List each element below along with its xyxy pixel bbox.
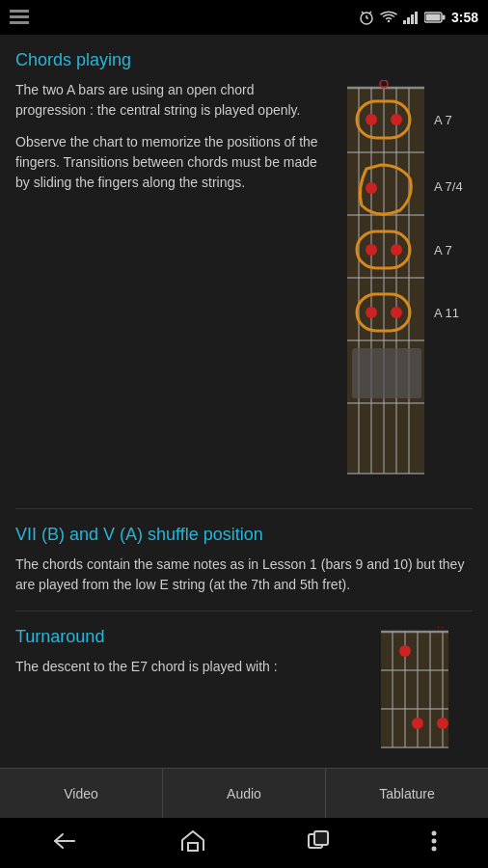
svg-rect-11 (415, 12, 418, 24)
svg-text:A 7/4: A 7/4 (434, 179, 463, 194)
main-content: Chords playing The two A bars are using … (0, 35, 488, 768)
svg-point-35 (391, 244, 402, 256)
svg-rect-2 (10, 21, 29, 24)
svg-point-32 (366, 182, 377, 194)
android-nav-bar (0, 818, 488, 868)
battery-icon (424, 12, 446, 23)
tab-audio[interactable]: Audio (163, 769, 326, 818)
svg-rect-44 (381, 632, 448, 747)
chords-playing-title: Chords playing (15, 50, 473, 70)
shuffle-title: VII (B) and V (A) shuffle position (15, 525, 473, 545)
svg-point-38 (391, 307, 402, 318)
status-bar-right: 3:58 (359, 10, 478, 25)
svg-point-37 (366, 307, 377, 318)
divider-1 (15, 508, 473, 509)
svg-point-30 (366, 114, 377, 125)
menu-icon (10, 10, 29, 25)
tab-video[interactable]: Video (0, 769, 163, 818)
bottom-tabs: Video Audio Tablature (0, 768, 488, 818)
status-bar-left (10, 10, 29, 25)
svg-rect-61 (314, 831, 328, 845)
chords-paragraph1: The two A bars are using an open chord p… (15, 80, 328, 121)
turnaround-text-block: Turnaround The descent to the E7 chord i… (15, 627, 376, 756)
svg-rect-8 (403, 20, 406, 24)
svg-rect-59 (188, 843, 198, 851)
svg-rect-1 (10, 15, 29, 18)
turnaround-fretboard: × (376, 627, 473, 756)
chords-playing-body: The two A bars are using an open chord p… (15, 80, 473, 489)
chords-playing-section: Chords playing The two A bars are using … (15, 50, 473, 489)
svg-rect-9 (407, 17, 410, 24)
svg-rect-39 (352, 348, 421, 398)
svg-point-55 (399, 645, 411, 657)
wifi-icon (380, 11, 397, 24)
svg-text:A 7: A 7 (434, 243, 452, 258)
svg-text:×: × (437, 627, 444, 632)
turnaround-title: Turnaround (15, 627, 366, 647)
svg-line-7 (369, 12, 371, 14)
signal-icon (403, 11, 419, 24)
divider-2 (15, 610, 473, 611)
tab-tablature[interactable]: Tablature (326, 769, 488, 818)
more-options-button[interactable] (431, 830, 437, 856)
fretboard-container: A 7 A 7/4 A 7 A 11 (338, 80, 473, 489)
svg-point-31 (391, 114, 402, 125)
svg-text:A 11: A 11 (434, 306, 459, 320)
status-time: 3:58 (451, 10, 478, 25)
svg-rect-14 (425, 14, 440, 21)
shuffle-section: VII (B) and V (A) shuffle position The c… (15, 525, 473, 595)
guitar-neck-svg: A 7 A 7/4 A 7 A 11 (338, 80, 463, 485)
chords-text: The two A bars are using an open chord p… (15, 80, 338, 489)
status-bar: 3:58 (0, 0, 488, 35)
svg-point-63 (432, 838, 437, 843)
svg-rect-0 (10, 10, 29, 13)
svg-point-34 (366, 244, 377, 256)
svg-text:A 7: A 7 (434, 113, 452, 127)
svg-point-64 (432, 846, 437, 851)
shuffle-text: The chords contain the same notes as in … (15, 555, 473, 595)
turnaround-paragraph: The descent to the E7 chord is played wi… (15, 657, 366, 677)
home-button[interactable] (180, 829, 205, 857)
recent-apps-button[interactable] (308, 830, 329, 856)
svg-point-56 (412, 718, 423, 729)
back-button[interactable] (51, 830, 78, 856)
svg-rect-13 (442, 15, 445, 20)
svg-point-57 (437, 718, 448, 729)
turnaround-neck-svg: × (376, 627, 473, 752)
svg-rect-10 (411, 14, 414, 24)
svg-point-62 (432, 830, 437, 835)
turnaround-section: Turnaround The descent to the E7 chord i… (15, 627, 473, 766)
guitar-neck-diagram: A 7 A 7/4 A 7 A 11 (338, 80, 463, 489)
svg-line-6 (362, 12, 364, 14)
alarm-icon (359, 10, 374, 25)
chords-paragraph2: Observe the chart to memorize the positi… (15, 132, 328, 193)
